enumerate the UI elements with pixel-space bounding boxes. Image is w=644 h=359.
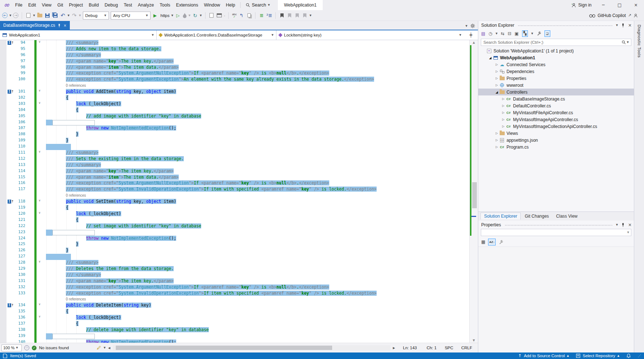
code-line[interactable]: 103∨ lock (_lockObject)	[0, 101, 478, 107]
next-bookmark-icon[interactable]	[294, 12, 300, 19]
close-button[interactable]: ×	[628, 0, 644, 10]
search-options-icon[interactable]: ▼	[627, 41, 629, 44]
editor-vertical-scrollbar[interactable]: ▲ ▼	[469, 40, 478, 343]
accessibility-icon[interactable]: ⚇	[24, 345, 29, 350]
search-control[interactable]: Search ▼	[243, 3, 273, 8]
format-document-icon[interactable]: ≣	[259, 12, 264, 19]
code-cleanup-dropdown-icon[interactable]: ▼	[103, 346, 105, 349]
undo-dropdown-icon[interactable]: ▼	[68, 14, 69, 17]
spell-check-icon[interactable]: abc✓	[232, 13, 237, 18]
scroll-right-icon[interactable]: ▶	[393, 346, 395, 350]
tab-diagnostic-tools[interactable]: Diagnostic Tools	[637, 25, 641, 58]
menu-item-edit[interactable]: Edit	[25, 0, 39, 10]
window-menu-icon[interactable]: ▼	[616, 24, 618, 27]
outlining-collapse-icon[interactable]: ∨	[37, 40, 43, 46]
code-line[interactable]: 104 {	[0, 107, 478, 114]
codelens-references[interactable]: 0 references	[66, 83, 86, 89]
expander-icon[interactable]: ▷	[494, 84, 499, 87]
line-ending-indicator[interactable]: CRLF	[457, 346, 476, 350]
expander-icon[interactable]: ▷	[501, 118, 506, 121]
code-line[interactable]: 115 /// <param name="item">The item data…	[0, 175, 478, 181]
code-line[interactable]: 121 {	[0, 217, 478, 223]
expander-icon[interactable]: ▷	[494, 138, 499, 142]
restart-icon[interactable]: ↻	[192, 12, 198, 19]
tree-item-wwwroot[interactable]: ▷wwwroot	[478, 82, 634, 89]
menu-item-tools[interactable]: Tools	[157, 0, 173, 10]
open-file-icon[interactable]	[37, 12, 43, 19]
menu-item-view[interactable]: View	[39, 0, 55, 10]
member-dropdown[interactable]: LockItem(string key) ▼	[276, 30, 464, 40]
solution-platform-dropdown[interactable]: Any CPU▼	[111, 12, 151, 20]
tab-class-view[interactable]: Class View	[553, 213, 581, 219]
menu-item-extensions[interactable]: Extensions	[173, 0, 201, 10]
code-line[interactable]: 122 // set image with identifier "key" i…	[0, 223, 478, 230]
code-line[interactable]: 109 }	[0, 138, 478, 144]
properties-shortcut-icon[interactable]: ▣	[514, 31, 518, 36]
code-line[interactable]: 97 /// <param name="key">The item key.</…	[0, 59, 478, 65]
menu-item-build[interactable]: Build	[86, 0, 102, 10]
code-line[interactable]: 117 /// <exception cref="System.InvalidO…	[0, 187, 478, 193]
expander-icon[interactable]: ▷	[501, 104, 506, 107]
tab-databaseimagestorage[interactable]: DataBaseImageStorage.cs ×	[0, 21, 70, 30]
type-dropdown[interactable]: WebApplication1.Controllers.DataBaseImag…	[157, 30, 276, 40]
switch-views-icon[interactable]: ▤	[481, 31, 485, 36]
menu-item-debug[interactable]: Debug	[102, 0, 121, 10]
tree-item-program-cs[interactable]: ▷C#Program.cs	[478, 144, 634, 150]
code-line[interactable]: 131 /// <param name="key">The item key.<…	[0, 278, 478, 285]
select-repository-button[interactable]: Select Repository ▲	[576, 354, 619, 358]
outlining-collapse-icon[interactable]: ∨	[37, 199, 43, 205]
hot-reload-icon[interactable]	[183, 13, 187, 18]
sign-in-button[interactable]: + Sign in	[568, 3, 595, 8]
scroll-up-icon[interactable]: ▲	[470, 41, 478, 44]
expander-icon[interactable]: ◢	[494, 90, 499, 94]
tab-git-changes[interactable]: Git Changes	[521, 213, 552, 219]
solution-home-icon[interactable]	[216, 12, 222, 19]
code-line[interactable]: 120∨ lock (_lockObject)	[0, 211, 478, 217]
wrench-icon[interactable]	[537, 31, 541, 36]
outlining-collapse-icon[interactable]: ∨	[37, 260, 43, 266]
minimize-button[interactable]: ─	[595, 0, 611, 10]
zoom-dropdown[interactable]: 100 %▼	[1, 345, 22, 351]
codelens-references[interactable]: 0 references	[66, 296, 86, 303]
collapse-all-icon[interactable]: ⊟	[508, 31, 511, 36]
pin-icon[interactable]	[621, 23, 625, 27]
code-editor[interactable]: I↑94∨ /// <summary>95 /// Adds new item …	[0, 40, 478, 343]
run-profile-label[interactable]: https	[161, 13, 170, 18]
code-line[interactable]: 128∨ /// <summary>	[0, 260, 478, 266]
codelens-row[interactable]: 0 references	[0, 193, 478, 199]
scrollbar-thumb[interactable]	[116, 346, 332, 350]
tree-item-views[interactable]: ▷Views	[478, 130, 634, 137]
tree-item-databaseimagestorage-cs[interactable]: ▷C#DataBaseImageStorage.cs	[478, 95, 634, 102]
line-indicator[interactable]: Ln: 143	[398, 346, 422, 350]
code-line[interactable]: 123	[0, 230, 478, 236]
tree-item-solution-webapplication1-1-of-1-project[interactable]: ∞Solution 'WebApplication1' (1 of 1 proj…	[478, 47, 634, 54]
github-copilot-button[interactable]: GitHub Copilot ↗	[589, 13, 642, 18]
code-line[interactable]: 138 // delete image with identifier "key…	[0, 327, 478, 333]
menu-item-analyze[interactable]: Analyze	[135, 0, 157, 10]
tab-solution-explorer[interactable]: Solution Explorer	[480, 213, 521, 219]
code-line[interactable]: 129 /// Deletes the item from the data s…	[0, 266, 478, 272]
code-line[interactable]: 127	[0, 254, 478, 260]
code-line[interactable]: 95 /// Adds new item to the data storage…	[0, 46, 478, 52]
code-line[interactable]: 135 {	[0, 309, 478, 315]
codelens-references[interactable]: 0 references	[66, 193, 86, 199]
scroll-down-icon[interactable]: ▼	[470, 339, 478, 342]
code-line[interactable]: 98 /// <param name="item">The item data.…	[0, 65, 478, 71]
navigate-back-dropdown-icon[interactable]: ▼	[9, 14, 11, 17]
code-line[interactable]: 132 /// <exception cref="System.Argument…	[0, 285, 478, 291]
expander-icon[interactable]: ▷	[494, 145, 499, 149]
code-line[interactable]: 133 /// <exception cref="System.InvalidO…	[0, 291, 478, 297]
solution-configuration-dropdown[interactable]: Debug▼	[83, 12, 109, 20]
outlining-collapse-icon[interactable]: ∨	[37, 315, 43, 321]
code-line[interactable]: I↑94∨ /// <summary>	[0, 40, 478, 46]
outlining-collapse-icon[interactable]: ∨	[37, 211, 43, 217]
close-panel-icon[interactable]: ×	[628, 23, 632, 28]
notifications-bell-icon[interactable]	[627, 354, 631, 358]
expander-icon[interactable]: ▷	[501, 111, 506, 114]
pending-changes-filter-icon[interactable]: ◷	[488, 31, 492, 36]
save-all-icon[interactable]	[52, 12, 58, 19]
document-list-dropdown-icon[interactable]: ▼	[466, 25, 467, 27]
property-pages-icon[interactable]	[499, 240, 503, 244]
code-line[interactable]: 112 /// Sets the existing item in the da…	[0, 156, 478, 162]
menu-item-file[interactable]: File	[12, 0, 25, 10]
